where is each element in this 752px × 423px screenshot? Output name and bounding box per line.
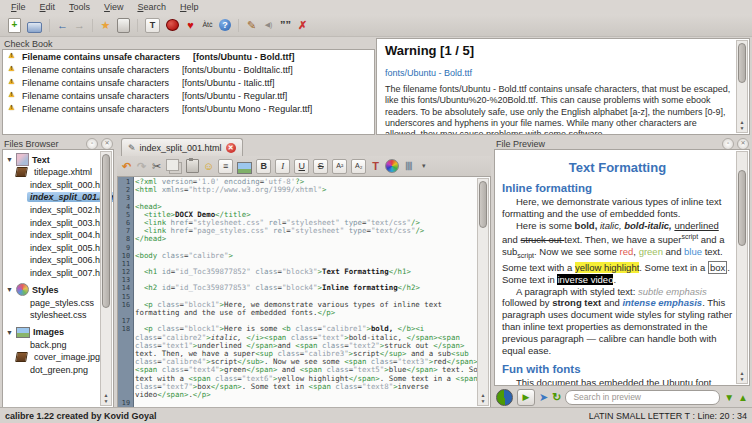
text-category-icon [16, 153, 29, 166]
toolbar-separator [137, 19, 138, 32]
back-icon[interactable]: ← [57, 17, 68, 33]
files-tree[interactable]: ▼Texttitlepage.xhtmlindex_split_000.html… [2, 149, 114, 408]
file-name: stylesheet.css [27, 310, 90, 320]
find-previous-icon[interactable]: ▲ [738, 390, 748, 405]
file-item[interactable]: index_split_006.html [3, 254, 113, 267]
undo-icon[interactable]: ↶ [121, 158, 132, 174]
preview-document: Text FormattingInline formattingHere, we… [494, 149, 750, 386]
paste-icon[interactable] [186, 159, 199, 173]
dropdown-caret-icon[interactable]: ▾ [418, 158, 429, 174]
details-scrollbar[interactable]: ▲▼ [736, 40, 748, 133]
tree-category-styles[interactable]: ▼Styles [3, 283, 113, 296]
file-item[interactable]: index_split_007.html [3, 267, 113, 280]
file-item[interactable]: index_split_000.html [3, 179, 113, 192]
copy-icon[interactable] [166, 159, 179, 171]
file-item[interactable]: page_styles.css [3, 296, 113, 309]
preview-heading: Inline formatting [502, 182, 733, 194]
issue-text: Filename contains unsafe characters [22, 52, 180, 62]
styles-category-icon [16, 283, 29, 296]
menu-file[interactable]: File [4, 1, 33, 13]
bold-icon[interactable]: B [256, 159, 271, 174]
refresh-preview-icon[interactable]: ↻ [552, 390, 561, 405]
superscript-icon[interactable]: A² [332, 159, 347, 174]
tweak-wand-icon[interactable]: ★ [100, 17, 111, 33]
issue-text: Filename contains unsafe characters [22, 104, 169, 114]
subscript-icon[interactable]: A₂ [351, 159, 366, 174]
chevron-down-icon[interactable]: ▼ [6, 329, 13, 336]
embed-fonts-icon[interactable]: T [145, 18, 160, 33]
forward-icon[interactable]: → [74, 17, 85, 33]
close-tab-icon[interactable]: ✕ [226, 143, 236, 153]
tree-category-text[interactable]: ▼Text [3, 153, 113, 166]
font-color-icon[interactable]: T [370, 158, 381, 174]
issue-text: Filename contains unsafe characters [22, 65, 169, 75]
warning-icon [7, 78, 17, 88]
chevron-down-icon[interactable]: ▼ [6, 156, 13, 163]
editor-tab[interactable]: ✎ index_split_001.html ✕ [121, 138, 243, 156]
issue-list[interactable]: Filename contains unsafe characters[font… [2, 49, 375, 135]
redo-icon[interactable]: ↷ [136, 158, 147, 174]
menu-view[interactable]: View [97, 1, 130, 13]
cut-icon[interactable]: ✂ [151, 158, 162, 174]
styles-menu-icon[interactable]: Ⅲ [403, 158, 414, 174]
file-item[interactable]: stylesheet.css [3, 309, 113, 322]
menu-help[interactable]: Help [173, 1, 206, 13]
underline-icon[interactable]: U [294, 159, 309, 174]
find-next-icon[interactable]: ▼ [724, 390, 734, 405]
issue-text: Filename contains unsafe characters [22, 91, 169, 101]
donate-heart-icon[interactable]: ♥ [185, 17, 196, 33]
help-icon[interactable]: ? [219, 19, 231, 31]
issue-details: Warning [1 / 5] fonts/Ubuntu - Bold.ttf … [376, 38, 750, 135]
save-icon[interactable] [27, 22, 42, 33]
file-item[interactable]: index_split_003.html [3, 216, 113, 229]
tree-category-images[interactable]: ▼Images [3, 326, 113, 339]
file-item[interactable]: titlepage.xhtml [3, 166, 113, 179]
file-item[interactable]: index_split_001.html [3, 191, 113, 204]
sync-position-icon[interactable]: ➤ [539, 390, 548, 405]
issue-row[interactable]: Filename contains unsafe characters[font… [3, 76, 374, 89]
file-item[interactable]: index_split_004.html [3, 229, 113, 242]
format-text-icon[interactable]: ≡ [218, 159, 233, 174]
spellcheck-icon[interactable]: Àtċ [202, 17, 213, 33]
file-item[interactable]: index_split_002.html [3, 204, 113, 217]
code-line: 8</head> [118, 235, 479, 243]
files-scrollbar[interactable]: ▲▼ [100, 151, 112, 406]
issue-row[interactable]: Filename contains unsafe characters[font… [3, 50, 374, 63]
chevron-down-icon[interactable]: ▼ [6, 286, 13, 293]
issue-row[interactable]: Filename contains unsafe characters[font… [3, 63, 374, 76]
menu-tools[interactable]: Tools [62, 1, 97, 13]
preview-heading: Fun with fonts [502, 363, 733, 375]
issue-row[interactable]: Filename contains unsafe characters[font… [3, 89, 374, 102]
italic-icon[interactable]: I [275, 159, 290, 174]
menu-edit[interactable]: Edit [33, 1, 63, 13]
insert-image-icon[interactable] [237, 162, 252, 174]
preview-heading: Text Formatting [502, 160, 733, 175]
file-name: titlepage.xhtml [31, 167, 95, 177]
code-editor[interactable]: 1<?xml version='1.0' encoding='utf-8'?>2… [117, 176, 491, 408]
preview-search-input[interactable] [565, 390, 720, 405]
beautify-icon[interactable]: ✎ [246, 17, 257, 33]
live-preview-toggle-icon[interactable] [496, 389, 513, 406]
run-preview-icon[interactable]: ▶ [517, 389, 535, 406]
issue-text: Filename contains unsafe characters [22, 78, 169, 88]
file-item[interactable]: index_split_005.html [3, 242, 113, 255]
file-item[interactable]: cover_image.jpg [3, 351, 113, 364]
file-item[interactable]: back.png [3, 339, 113, 352]
new-file-icon[interactable]: + [8, 18, 21, 33]
smarten-punctuation-icon[interactable]: ”” [280, 17, 291, 33]
warning-file-link[interactable]: fonts/Ubuntu - Bold.ttf [385, 68, 472, 78]
remove-unused-css-icon[interactable]: ✗ [297, 17, 308, 33]
file-item[interactable]: dot_green.png [3, 364, 113, 377]
special-char-icon[interactable]: ☺ [203, 158, 214, 174]
strikethrough-icon[interactable]: S [313, 159, 328, 174]
speaker-icon[interactable]: ◀) [263, 17, 274, 33]
check-book-icon[interactable] [166, 19, 179, 31]
device-icon[interactable] [117, 18, 130, 33]
statusbar: calibre 1.22 created by Kovid Goyal LATI… [0, 407, 752, 423]
editor-toolbar: ↶↷✂☺≡BIUSA²A₂TⅢ▾ [117, 156, 491, 176]
background-color-icon[interactable] [385, 159, 399, 173]
menu-search[interactable]: Search [130, 1, 173, 13]
issue-row[interactable]: Filename contains unsafe characters[font… [3, 102, 374, 115]
preview-scrollbar[interactable]: ▲▼ [736, 151, 748, 384]
editor-scrollbar[interactable]: ▲▼ [477, 178, 489, 406]
